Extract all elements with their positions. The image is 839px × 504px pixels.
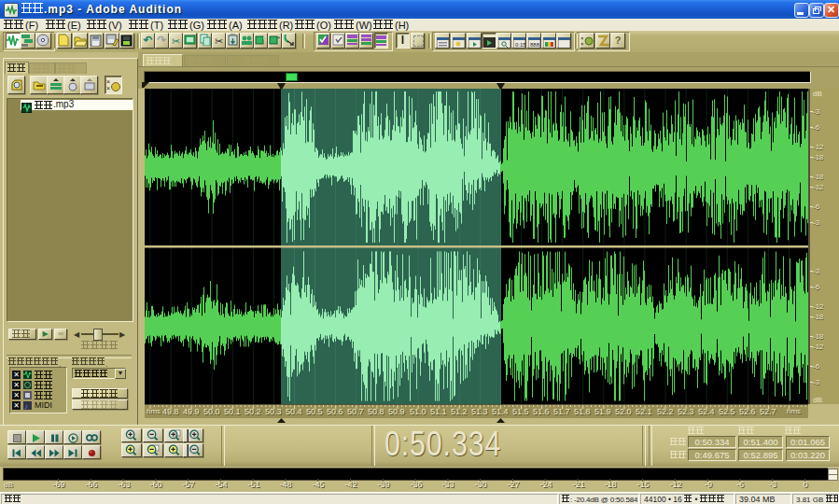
svg-text:×: × [580,41,584,47]
svg-text:×: × [106,78,110,85]
svg-text:♪: ♪ [24,402,28,410]
svg-text:888: 888 [530,42,540,48]
svg-text:*: * [277,35,280,43]
svg-text:×: × [106,85,110,91]
svg-text:0:15: 0:15 [515,42,525,48]
